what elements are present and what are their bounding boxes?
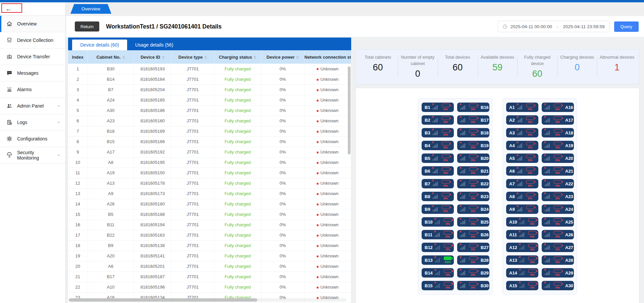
sort-caret-icon[interactable] [204, 56, 207, 59]
cabinet-slot-b23[interactable]: ✕0%B23 [457, 192, 489, 201]
cabinet-slot-b7[interactable]: B7✕0% [422, 179, 454, 188]
cabinet-slot-b2[interactable]: B2✕0% [422, 115, 454, 125]
cabinet-slot-a21[interactable]: ✕0%A21 [542, 166, 574, 176]
sidebar-item-security-monitoring[interactable]: Security Monitoring [0, 147, 65, 164]
sidebar-item-device-collection[interactable]: Device Collection [0, 32, 65, 49]
column-header-charging-status[interactable]: Charging status [214, 50, 261, 64]
cabinet-slot-b17[interactable]: ✕0%B17 [457, 115, 489, 125]
sort-caret-icon[interactable] [296, 56, 299, 59]
cabinet-slot-a16[interactable]: ✕0%A16 [542, 103, 574, 112]
column-header-device-power[interactable]: Device power [261, 50, 304, 64]
cabinet-slot-b21[interactable]: ✕0%B21 [457, 166, 489, 176]
cabinet-slot-b4[interactable]: B4✕0% [422, 141, 454, 150]
cabinet-slot-a29[interactable]: ✕0%A29 [542, 268, 574, 278]
cabinet-slot-a2[interactable]: A2✕0% [506, 115, 538, 125]
cabinet-slot-a11[interactable]: A11✕0% [506, 230, 538, 239]
column-header-network-connection-st[interactable]: Network connection st [304, 50, 351, 64]
column-header-device-type[interactable]: Device type [171, 50, 214, 64]
cabinet-slot-b19[interactable]: ✕0%B19 [457, 141, 489, 150]
sort-caret-icon[interactable] [254, 56, 256, 59]
battery-percent-label: 0% [471, 121, 475, 124]
cabinet-slot-b25[interactable]: ✕0%B25 [457, 217, 489, 227]
cabinet-slot-a1[interactable]: A1✕0% [506, 103, 538, 112]
cabinet-slot-a28[interactable]: ✕0%A28 [542, 255, 574, 265]
cabinet-slot-b15[interactable]: B15✕0% [422, 281, 454, 290]
cabinet-slot-b12[interactable]: B12✕0% [422, 243, 454, 252]
query-button[interactable]: Query [614, 21, 639, 32]
cabinet-slot-a20[interactable]: ✕0%A20 [542, 154, 574, 163]
cabinet-slot-a24[interactable]: ✕0%A24 [542, 204, 574, 214]
return-button[interactable]: Return [75, 21, 99, 32]
cabinet-slot-b11[interactable]: B11✕0% [422, 230, 454, 239]
back-arrow-button[interactable]: ← [5, 6, 12, 12]
battery-percent-label: 0% [528, 159, 532, 162]
sidebar-item-logs[interactable]: Logs [0, 114, 65, 131]
cabinet-slot-a12[interactable]: A12✕0% [506, 243, 538, 252]
cabinet-slot-b14[interactable]: B14✕0% [422, 268, 454, 278]
cabinet-slot-a9[interactable]: A9✕0% [506, 204, 538, 214]
cabinet-slot-a27[interactable]: ✕0%A27 [542, 243, 574, 252]
cabinet-slot-a22[interactable]: ✕0%A22 [542, 179, 574, 188]
cabinet-slot-a25[interactable]: ✕0%A25 [542, 217, 574, 227]
battery-percent-label: 0% [446, 286, 450, 289]
sidebar-item-overview[interactable]: Overview [0, 16, 65, 32]
cabinet-slot-a4[interactable]: A4✕0% [506, 141, 538, 150]
cabinet-slot-a30[interactable]: ✕0%A30 [542, 281, 574, 290]
cabinet-slot-b24[interactable]: ✕0%B24 [457, 204, 489, 214]
cabinet-slot-b8[interactable]: B8✕0% [422, 192, 454, 201]
sort-caret-icon[interactable] [122, 56, 125, 59]
network-status-label: Unknown [320, 98, 338, 103]
cabinet-slot-label: B18 [481, 130, 489, 135]
cabinet-slot-b29[interactable]: ✕0%B29 [457, 268, 489, 278]
cabinet-slot-b20[interactable]: ✕0%B20 [457, 154, 489, 163]
cabinet-slot-a14[interactable]: A14✕0% [506, 268, 538, 278]
cabinet-slot-a3[interactable]: A3✕0% [506, 128, 538, 137]
cabinet-slot-a23[interactable]: ✕0%A23 [542, 192, 574, 201]
cabinet-slot-b30[interactable]: ✕0%B30 [457, 281, 489, 290]
column-header-cabinet-no[interactable]: Cabinet No. [88, 50, 134, 64]
date-range-input[interactable]: 2025-04-11 00:00:00 - 2025-04-11 23:59:5… [498, 21, 609, 32]
vertical-scrollbar-thumb[interactable] [348, 66, 351, 155]
cabinet-slot-a19[interactable]: ✕0%A19 [542, 141, 574, 150]
sidebar-item-configurations[interactable]: Configurations [0, 131, 65, 147]
cabinet-slot-a18[interactable]: ✕0%A18 [542, 128, 574, 137]
sidebar-item-device-transfer[interactable]: Device Transfer [0, 49, 65, 65]
cabinet-slot-b3[interactable]: B3✕0% [422, 128, 454, 137]
column-header-device-id[interactable]: Device ID [134, 50, 171, 64]
cabinet-slot-b5[interactable]: B5✕0% [422, 154, 454, 163]
sort-caret-icon[interactable] [162, 56, 165, 59]
cabinet-slot-b16[interactable]: ✕0%B16 [457, 103, 489, 112]
cabinet-slot-a5[interactable]: A5✕0% [506, 154, 538, 163]
cabinet-slot-b18[interactable]: ✕0%B18 [457, 128, 489, 137]
cabinet-slot-a17[interactable]: ✕0%A17 [542, 115, 574, 125]
cabinet-slot-b6[interactable]: B6✕0% [422, 166, 454, 176]
cabinet-slot-b1[interactable]: B1✕0% [422, 103, 454, 112]
cabinet-slot-b22[interactable]: ✕0%B22 [457, 179, 489, 188]
cabinet-slot-a26[interactable]: ✕0%A26 [542, 230, 574, 239]
cabinet-slot-a10[interactable]: A10✕0% [506, 217, 538, 227]
cabinet-slot-a6[interactable]: A6✕0% [506, 166, 538, 176]
cabinet-slot-a13[interactable]: A13✕0% [506, 255, 538, 265]
cabinet-slot-b9[interactable]: B9✕0% [422, 204, 454, 214]
cabinet-slot-label: B1 [425, 105, 430, 110]
signal-offline-icon: ✕ [433, 169, 438, 173]
sidebar-item-messages[interactable]: Messages [0, 65, 65, 81]
cabinet-slot-b28[interactable]: ✕6%B28 [457, 255, 489, 265]
sidebar-item-alarms[interactable]: Alarms [0, 81, 65, 98]
signal-offline-icon: ✕ [460, 194, 466, 199]
cabinet-slot-b27[interactable]: ✕0%B27 [457, 243, 489, 252]
tab-overview[interactable]: Overview [70, 4, 111, 14]
cabinet-slot-a8[interactable]: A8✕0% [506, 192, 538, 201]
cabinet-slot-a7[interactable]: A7✕0% [506, 179, 538, 188]
tab-usage-details-56[interactable]: Usage details (56) [127, 40, 181, 50]
sidebar-item-admin-panel[interactable]: Admin Panel [0, 98, 65, 114]
stat-value: 1 [598, 62, 636, 73]
cabinet-grid-card: B1✕0%B2✕0%B3✕0%B4✕0%B5✕0%B6✕0%B7✕0%B8✕0%… [356, 88, 639, 303]
cabinet-slot-b10[interactable]: B10✕0% [422, 217, 454, 227]
cabinet-slot-b26[interactable]: ✕0%B26 [457, 230, 489, 239]
tab-device-details-60[interactable]: Device details (60) [72, 40, 127, 50]
horizontal-scrollbar-thumb[interactable] [69, 298, 257, 302]
device-table-tabs: Device details (60)Usage details (56) [68, 38, 351, 50]
cabinet-slot-b13[interactable]: B13✕83% [422, 255, 454, 265]
cabinet-slot-a15[interactable]: A15✕0% [506, 281, 538, 290]
